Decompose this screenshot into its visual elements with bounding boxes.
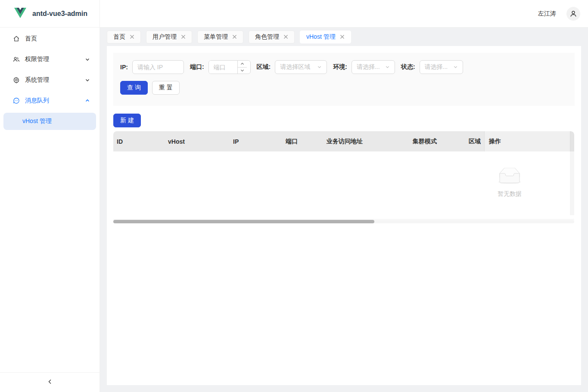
ip-input[interactable] xyxy=(132,60,184,74)
gear-icon xyxy=(13,77,20,83)
close-icon[interactable] xyxy=(181,34,186,39)
reset-button[interactable]: 重 置 xyxy=(152,81,180,95)
search-button[interactable]: 查 询 xyxy=(120,81,148,95)
vertical-scrollbar-track xyxy=(570,151,574,215)
sidebar-item-home[interactable]: 首页 xyxy=(3,30,96,47)
column-header-service-url: 业务访问地址 xyxy=(323,131,409,151)
top-header: 左江涛 xyxy=(100,0,588,28)
app-root: antd-vue3-admin 首页 xyxy=(0,0,588,392)
column-header-id: ID xyxy=(113,131,165,151)
chevron-down-icon xyxy=(453,64,458,71)
chevron-down-icon xyxy=(317,64,322,71)
status-label: 状态: xyxy=(401,63,415,71)
column-header-ip: IP xyxy=(230,131,282,151)
filter-panel: IP: 端口: xyxy=(113,53,575,106)
tab-menu-management[interactable]: 菜单管理 xyxy=(197,31,243,43)
env-label: 环境: xyxy=(333,63,347,71)
tab-label: 用户管理 xyxy=(152,33,177,41)
status-select-placeholder: 请选择... xyxy=(425,63,448,71)
tab-bar: 首页 用户管理 菜单管理 角色管理 xyxy=(100,28,588,46)
horizontal-scrollbar-thumb[interactable] xyxy=(113,220,374,223)
table-toolbar: 新 建 xyxy=(113,114,575,127)
logo-area: antd-vue3-admin xyxy=(0,0,100,28)
tab-label: vHost 管理 xyxy=(306,33,336,41)
tab-label: 菜单管理 xyxy=(204,33,228,41)
column-header-vhost: vHost xyxy=(165,131,230,151)
column-header-region: 区域 xyxy=(465,131,484,151)
table-scrollbar-gutter xyxy=(570,131,574,151)
close-icon[interactable] xyxy=(130,34,134,39)
sidebar-subitem-vhost[interactable]: vHost 管理 xyxy=(3,113,96,130)
chevron-down-icon xyxy=(85,77,90,83)
message-icon xyxy=(13,97,20,104)
username[interactable]: 左江涛 xyxy=(538,10,556,18)
create-button[interactable]: 新 建 xyxy=(113,114,141,127)
tab-home[interactable]: 首页 xyxy=(107,31,141,43)
sidebar-collapse-button[interactable] xyxy=(0,372,100,392)
status-select[interactable]: 请选择... xyxy=(420,60,463,74)
sidebar-item-message-queue[interactable]: 消息队列 xyxy=(3,92,96,109)
spinner-down-icon[interactable] xyxy=(238,67,247,74)
region-select-placeholder: 请选择区域 xyxy=(280,63,310,71)
sidebar: antd-vue3-admin 首页 xyxy=(0,0,100,392)
port-input[interactable] xyxy=(209,61,237,74)
close-icon[interactable] xyxy=(283,34,288,39)
vue-logo-icon xyxy=(14,7,26,20)
env-select[interactable]: 请选择... xyxy=(352,60,395,74)
vhost-table: ID vHost IP 端口 业务访问地址 集群模式 区域 操作 xyxy=(113,131,574,223)
chevron-down-icon xyxy=(385,64,390,71)
team-icon xyxy=(13,56,20,63)
close-icon[interactable] xyxy=(340,34,345,39)
empty-box-icon xyxy=(496,180,523,187)
chevron-up-icon xyxy=(85,98,90,103)
region-select[interactable]: 请选择区域 xyxy=(275,60,327,74)
user-avatar[interactable] xyxy=(566,7,580,21)
sidebar-item-system[interactable]: 系统管理 xyxy=(3,71,96,89)
sidebar-menu: 首页 权限管理 xyxy=(0,28,100,372)
table-header-row: ID vHost IP 端口 业务访问地址 集群模式 区域 操作 xyxy=(113,131,574,151)
empty-text: 暂无数据 xyxy=(496,190,523,198)
port-label: 端口: xyxy=(190,63,204,71)
chevron-left-icon xyxy=(47,379,53,386)
content-card: IP: 端口: xyxy=(107,46,581,385)
tab-role-management[interactable]: 角色管理 xyxy=(249,31,295,43)
column-header-actions: 操作 xyxy=(484,131,570,151)
table-body: 暂无数据 xyxy=(113,151,574,219)
tab-label: 角色管理 xyxy=(255,33,279,41)
port-spinners xyxy=(237,61,247,74)
empty-state: 暂无数据 xyxy=(496,168,523,198)
tab-vhost-management[interactable]: vHost 管理 xyxy=(300,31,351,43)
horizontal-scrollbar-track xyxy=(113,220,574,223)
sidebar-item-label: 系统管理 xyxy=(25,76,85,84)
ip-label: IP: xyxy=(120,64,128,71)
app-title: antd-vue3-admin xyxy=(32,10,87,18)
sidebar-item-permissions[interactable]: 权限管理 xyxy=(3,51,96,68)
port-number-input xyxy=(208,60,251,74)
region-label: 区域: xyxy=(257,63,271,71)
main-area: 左江涛 首页 用户管理 菜单管理 xyxy=(100,0,588,392)
sidebar-item-label: 权限管理 xyxy=(25,56,85,63)
column-header-port: 端口 xyxy=(282,131,323,151)
sidebar-item-label: 首页 xyxy=(25,35,90,43)
home-icon xyxy=(13,35,20,42)
tab-user-management[interactable]: 用户管理 xyxy=(146,31,192,43)
env-select-placeholder: 请选择... xyxy=(357,63,380,71)
sidebar-subitem-label: vHost 管理 xyxy=(22,117,52,125)
sidebar-item-label: 消息队列 xyxy=(25,97,85,105)
close-icon[interactable] xyxy=(232,34,237,39)
tab-label: 首页 xyxy=(113,33,125,41)
spinner-up-icon[interactable] xyxy=(238,61,247,67)
chevron-down-icon xyxy=(85,57,90,62)
column-header-cluster-mode: 集群模式 xyxy=(409,131,465,151)
